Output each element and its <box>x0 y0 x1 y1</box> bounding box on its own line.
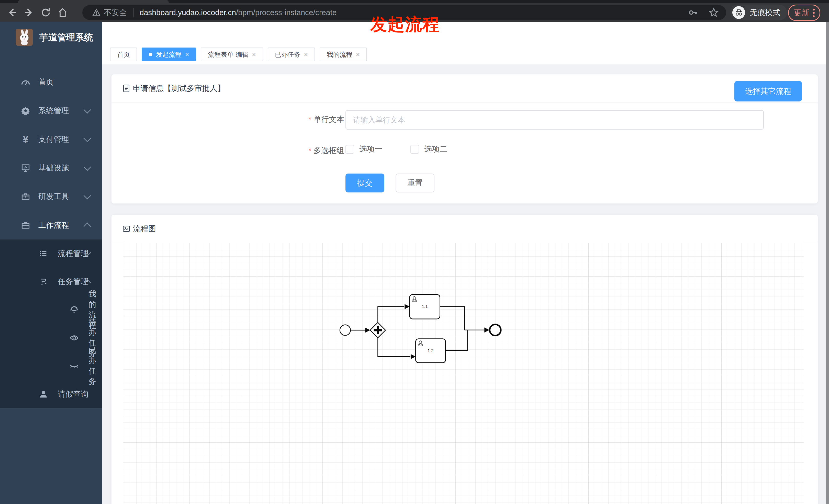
sidebar-item-label: 流程管理 <box>58 248 88 259</box>
sidebar-menu: 首页 系统管理 ¥ 支付管理 基础设施 <box>0 68 102 239</box>
sidebar-item-task-mgmt[interactable]: 任务管理 <box>0 268 102 296</box>
reload-button[interactable] <box>37 5 54 20</box>
menu-dots-icon <box>813 9 815 17</box>
edge-gateway-task11[interactable] <box>378 307 404 322</box>
active-dot-icon <box>149 53 152 56</box>
browser-active-tab[interactable] <box>18 0 169 3</box>
security-indicator[interactable]: 不安全 <box>92 7 127 18</box>
close-icon[interactable]: × <box>252 51 256 59</box>
card-header: 流程图 <box>111 215 818 243</box>
home-button[interactable] <box>54 5 71 20</box>
close-icon[interactable]: × <box>356 51 360 59</box>
chevron-down-icon <box>84 106 91 114</box>
sidebar-item-process-mgmt[interactable]: 流程管理 <box>0 239 102 268</box>
bpmn-parallel-gateway[interactable] <box>370 322 386 338</box>
reload-icon <box>41 7 51 17</box>
checkbox-label: 选项一 <box>359 144 382 154</box>
tag-form-edit[interactable]: 流程表单-编辑 × <box>201 47 263 61</box>
sidebar-item-system[interactable]: 系统管理 <box>0 96 102 125</box>
required-mark: * <box>309 115 312 123</box>
tag-label: 发起流程 <box>156 50 182 59</box>
bpmn-start-event[interactable] <box>340 325 350 335</box>
sidebar-item-payment[interactable]: ¥ 支付管理 <box>0 125 102 154</box>
chevron-down-icon <box>84 192 91 199</box>
required-mark: * <box>309 146 312 155</box>
app-logo <box>16 29 33 46</box>
tag-label: 我的流程 <box>327 50 352 59</box>
toolbox-icon <box>20 192 31 201</box>
text-field-label: 单行文本 <box>314 115 344 123</box>
app-logo-row[interactable]: 芋道管理系统 <box>0 22 102 52</box>
tag-label: 流程表单-编辑 <box>208 50 248 59</box>
screen: 不安全 dashboard.yudao.iocoder.cn/bpm/proce… <box>0 0 829 504</box>
reset-button[interactable]: 重置 <box>396 173 434 192</box>
chevron-up-icon <box>84 222 91 230</box>
process-diagram-card: 流程图 <box>111 215 818 504</box>
bpmn-canvas[interactable]: 1.1 1.2 <box>123 243 804 504</box>
bpmn-user-task-11[interactable]: 1.1 <box>410 295 440 319</box>
bpmn-user-task-12[interactable]: 1.2 <box>416 339 446 363</box>
edge-task12-merge[interactable] <box>445 330 467 350</box>
apply-info-card: 申请信息【测试多审批人】 选择其它流程 *单行文本 *多选框组 选项一 选项二 <box>111 74 818 204</box>
sidebar-item-label: 支付管理 <box>38 134 69 145</box>
bookmark-star-icon[interactable] <box>708 7 719 18</box>
task-label: 1.1 <box>422 304 428 309</box>
tags-view-bar: 首页 发起流程 × 流程表单-编辑 × 已办任务 × 我的流程 × <box>102 45 829 65</box>
back-button[interactable] <box>4 5 21 20</box>
sidebar-item-devtools[interactable]: 研发工具 <box>0 182 102 211</box>
card-title-row: 流程图 <box>122 224 156 234</box>
browser-update-menu-button[interactable]: 更新 <box>788 5 820 21</box>
warning-icon <box>92 8 101 17</box>
close-icon[interactable]: × <box>304 51 308 59</box>
home-icon <box>58 7 68 17</box>
sidebar: 芋道管理系统 首页 系统管理 ¥ 支付管理 <box>0 22 102 504</box>
tag-label: 已办任务 <box>275 50 300 59</box>
tag-my-process[interactable]: 我的流程 × <box>320 47 367 61</box>
update-label: 更新 <box>794 8 809 18</box>
tag-label: 首页 <box>117 50 130 59</box>
checkbox-icon[interactable] <box>410 145 419 154</box>
submit-button[interactable]: 提交 <box>346 173 384 192</box>
forward-button[interactable] <box>21 5 37 20</box>
tag-home[interactable]: 首页 <box>110 47 137 61</box>
page-annotation: 发起流程 <box>370 16 440 33</box>
tag-done-tasks[interactable]: 已办任务 × <box>268 47 315 61</box>
diagram-card-title: 流程图 <box>133 224 156 234</box>
choose-other-process-button[interactable]: 选择其它流程 <box>734 81 802 102</box>
checkbox-icon[interactable] <box>346 145 354 154</box>
robot-icon <box>69 305 80 314</box>
sidebar-item-label: 研发工具 <box>38 191 69 202</box>
sidebar-item-my-process[interactable]: 我的流程 <box>0 296 102 324</box>
image-icon <box>122 225 131 233</box>
forward-icon <box>24 7 34 17</box>
sidebar-item-infra[interactable]: 基础设施 <box>0 154 102 182</box>
checkbox-option-2[interactable]: 选项二 <box>410 144 447 154</box>
bpmn-diagram: 1.1 1.2 <box>123 243 804 504</box>
single-line-text-input[interactable] <box>346 110 764 129</box>
sidebar-item-workflow[interactable]: 工作流程 <box>0 211 102 239</box>
form-buttons: 提交 重置 <box>346 173 434 192</box>
browser-tabstrip <box>0 0 829 3</box>
checkbox-option-1[interactable]: 选项一 <box>346 144 382 154</box>
task-label: 1.2 <box>428 348 434 353</box>
incognito-label: 无痕模式 <box>750 7 781 18</box>
sidebar-item-leave-query[interactable]: 请假查询 <box>0 380 102 408</box>
sidebar-item-done-tasks[interactable]: 已办任务 <box>0 352 102 380</box>
sidebar-item-todo-tasks[interactable]: 待办任务 <box>0 324 102 352</box>
window-scrollbar[interactable] <box>826 22 829 504</box>
field-label: *多选框组 <box>280 146 344 156</box>
sidebar-item-label: 系统管理 <box>38 106 69 116</box>
url-divider <box>133 8 134 17</box>
edge-gateway-task12[interactable] <box>378 338 410 357</box>
app-title: 芋道管理系统 <box>39 31 93 43</box>
eye-closed-icon <box>69 361 80 371</box>
monitor-icon <box>20 163 31 172</box>
sidebar-item-home[interactable]: 首页 <box>0 68 102 96</box>
key-icon[interactable] <box>688 7 698 17</box>
tag-create-process[interactable]: 发起流程 × <box>142 47 196 61</box>
close-icon[interactable]: × <box>185 51 189 59</box>
dashboard-icon <box>20 77 31 87</box>
edge-task11-merge[interactable] <box>440 307 464 330</box>
bpmn-end-event[interactable] <box>490 324 501 336</box>
checkbox-label: 选项二 <box>424 144 447 154</box>
